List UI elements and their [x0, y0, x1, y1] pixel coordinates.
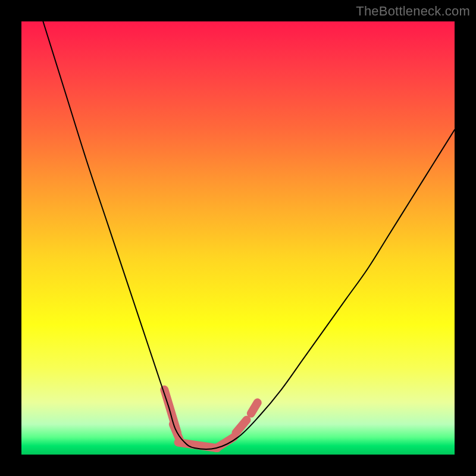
plot-area	[21, 21, 455, 455]
chart-frame: TheBottleneck.com	[0, 0, 476, 476]
watermark-text: TheBottleneck.com	[356, 4, 470, 19]
marker-segment	[251, 403, 258, 414]
marker-segment	[217, 437, 234, 448]
chart-svg	[21, 21, 455, 455]
marker-segment	[178, 443, 218, 448]
bottleneck-marker	[164, 390, 258, 448]
bottleneck-curve	[43, 21, 455, 449]
